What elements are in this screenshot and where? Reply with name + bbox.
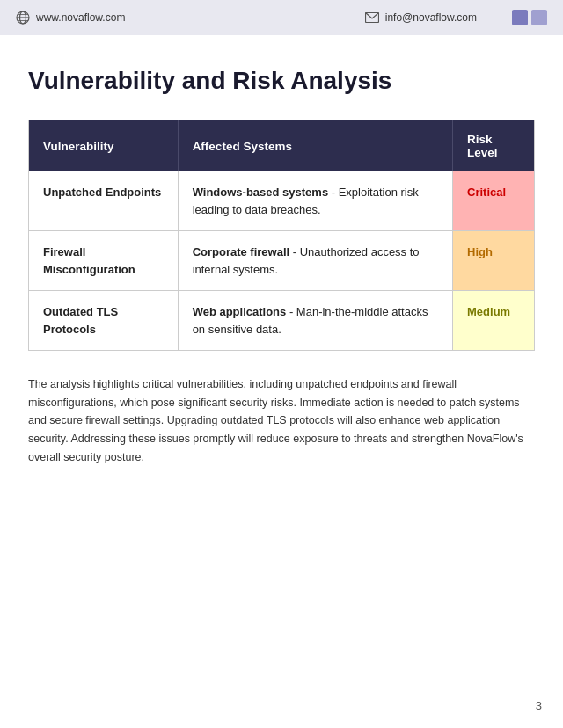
website-text: www.novaflow.com (36, 11, 125, 24)
affected-1: Windows-based systems - Exploitation ris… (178, 171, 452, 231)
header-bar: www.novaflow.com info@novaflow.com (0, 0, 563, 35)
affected-2: Corporate firewall - Unauthorized access… (178, 231, 452, 291)
risk-level-2: High (453, 231, 535, 291)
email-text: info@novaflow.com (385, 11, 477, 24)
page-number: 3 (536, 699, 542, 712)
header-icon-2 (531, 10, 547, 25)
col-affected-systems: Affected Systems (178, 120, 452, 172)
header-icons (512, 10, 547, 25)
col-risk-level: Risk Level (453, 120, 535, 172)
vuln-name-1: Unpatched Endpoints (29, 171, 179, 231)
table-row: Outdated TLS Protocols Web applications … (29, 291, 535, 351)
vuln-name-3: Outdated TLS Protocols (29, 291, 179, 351)
header-email: info@novaflow.com (365, 11, 477, 24)
globe-icon (16, 11, 30, 25)
table-header: Vulnerability Affected Systems Risk Leve… (29, 120, 535, 172)
mail-icon (365, 12, 379, 23)
main-content: Vulnerability and Risk Analysis Vulnerab… (0, 35, 563, 494)
summary-text: The analysis highlights critical vulnera… (28, 375, 535, 466)
table-row: Firewall Misconfiguration Corporate fire… (29, 231, 535, 291)
table-body: Unpatched Endpoints Windows-based system… (29, 171, 535, 351)
table-row: Unpatched Endpoints Windows-based system… (29, 171, 535, 231)
risk-level-1: Critical (453, 171, 535, 231)
risk-level-3: Medium (453, 291, 535, 351)
header-right: info@novaflow.com (365, 10, 547, 25)
affected-3: Web applications - Man-in-the-middle att… (178, 291, 452, 351)
col-vulnerability: Vulnerability (29, 120, 179, 172)
page-title: Vulnerability and Risk Analysis (28, 67, 535, 95)
vulnerability-table: Vulnerability Affected Systems Risk Leve… (28, 120, 535, 351)
header-icon-1 (512, 10, 528, 25)
table-header-row: Vulnerability Affected Systems Risk Leve… (29, 120, 535, 172)
header-website: www.novaflow.com (16, 11, 125, 25)
vuln-name-2: Firewall Misconfiguration (29, 231, 179, 291)
